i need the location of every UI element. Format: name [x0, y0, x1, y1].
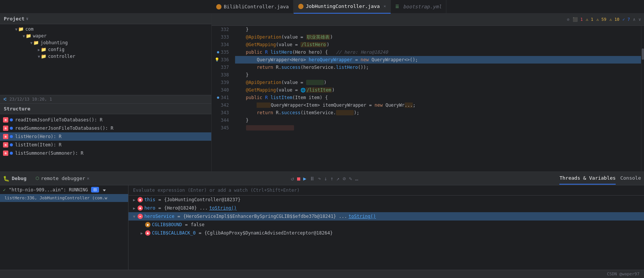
- stepinto-action[interactable]: ↓: [324, 175, 327, 182]
- code-content[interactable]: 332 333 334 ● 335 💡 336 337 338 339 340 …: [212, 26, 644, 171]
- mute-action[interactable]: ⊘: [343, 175, 346, 182]
- git-bar: ⑆ 23/12/13 10:20, 1: [0, 95, 211, 103]
- tab-bar: BilibliController.java JobHuntingControl…: [0, 0, 644, 14]
- status-bar: CSDN @waper97: [0, 270, 644, 278]
- chevron-up-btn[interactable]: ∧: [633, 17, 636, 22]
- structure-title: Structure: [4, 106, 30, 112]
- debug-actions: ↺ ■ ▶ ⏸ ↷ ↓ ↑ ↗ ⊘ ✎ …: [291, 175, 358, 182]
- thread-chevron[interactable]: [102, 187, 106, 193]
- tree-label-controller: controller: [48, 54, 75, 59]
- tab-bootstrap-label: bootstrap.yml: [403, 4, 441, 9]
- structure-item-readitem[interactable]: m readItemJsonFileToDatabases(): R: [0, 116, 211, 124]
- chevron-down-icon: [103, 189, 106, 191]
- variables-panel: Evaluate expression (Enter) or add a wat…: [128, 185, 644, 270]
- tab-bilibili[interactable]: BilibliController.java: [212, 0, 294, 14]
- tree-arrow-waper: ▼: [23, 34, 25, 38]
- debug-content: ✓ "http-nio-909...ain": RUNNING ⊟ listHe…: [0, 185, 644, 270]
- var-val-hero: {Hero@18240} ...: [164, 205, 208, 211]
- var-type-icon-cglibcallback: ●: [145, 230, 150, 236]
- structure-item-listitem[interactable]: m listItem(Item): R: [0, 141, 211, 149]
- session-close-button[interactable]: ×: [87, 176, 90, 181]
- var-item-heroservice[interactable]: ▼ ∞ heroService = {HeroServiceImpl$$Enha…: [128, 212, 644, 221]
- var-item-this[interactable]: ▶ ● this = {JobHuntingController@18237}: [128, 196, 644, 204]
- structure-item-readsummoner[interactable]: m readSummonerJsonFileToDatabases(): R: [0, 124, 211, 132]
- stepover-action[interactable]: ↷: [318, 175, 321, 182]
- var-item-cglibcallback[interactable]: ▶ ● CGLIB$CALLBACK_0 = {CglibAopProxy$Dy…: [128, 229, 644, 237]
- tree-arrow-com: ▼: [15, 27, 17, 31]
- tab-close-button[interactable]: ×: [384, 4, 386, 9]
- stop-action[interactable]: ■: [297, 175, 300, 182]
- tree-item-jobhunting[interactable]: ▼ 📁 jobhunting: [0, 39, 211, 46]
- folder-icon-com: 📁: [18, 26, 24, 32]
- var-expand-cglibcallback[interactable]: ▶: [141, 231, 143, 235]
- code-scrollbar[interactable]: [641, 26, 644, 171]
- tree-item-com[interactable]: ▼ 📁 com: [0, 26, 211, 33]
- disable-icon[interactable]: ⊘: [567, 17, 570, 22]
- tab-console[interactable]: Console: [620, 172, 641, 185]
- resume-action[interactable]: ▶: [303, 175, 306, 182]
- tab-threads-variables[interactable]: Threads & Variables: [559, 172, 616, 185]
- tree-item-config[interactable]: ▶ 📁 config: [0, 46, 211, 53]
- project-tree: ▼ 📁 com ▼ 📁 waper ▼ 📁 jobhunting ▶ 📁 con…: [0, 24, 211, 95]
- var-expand-this[interactable]: ▶: [133, 198, 135, 202]
- method-icon-listitem: m: [3, 142, 8, 148]
- tab-bilibili-label: BilibliController.java: [224, 4, 289, 9]
- code-line-339: @ApiOperation(value = ): [235, 79, 641, 86]
- var-link-heroservice[interactable]: toString(): [348, 214, 376, 219]
- pause-action[interactable]: ⏸: [310, 175, 315, 182]
- line-332: 332: [215, 26, 229, 33]
- stack-frame-label: listHero:336, JobHuntingController (com.…: [5, 196, 107, 200]
- var-val-this: {JobHuntingController@18237}: [164, 197, 240, 202]
- var-item-hero[interactable]: ▶ ● hero = {Hero@18240} ... toString(): [128, 204, 644, 212]
- var-val-cglibbound: false: [191, 222, 204, 227]
- filter-icon: ⊟: [93, 187, 97, 192]
- var-link-hero[interactable]: toString(): [209, 205, 237, 211]
- tree-label-com: com: [25, 26, 34, 32]
- tree-label-jobhunting: jobhunting: [40, 40, 68, 45]
- restart-action[interactable]: ↺: [291, 175, 294, 182]
- var-name-this: this: [144, 197, 155, 202]
- tree-arrow-controller: ▼: [38, 54, 40, 59]
- var-expand-heroservice[interactable]: ▼: [133, 214, 135, 219]
- thread-row: ✓ "http-nio-909...ain": RUNNING ⊟: [0, 185, 128, 194]
- stack-frame[interactable]: listHero:336, JobHuntingController (com.…: [0, 194, 128, 202]
- structure-label-listsummoner: listSummoner(Summoner): R: [15, 151, 84, 156]
- tree-label-config: config: [48, 47, 64, 52]
- code-line-332: }: [235, 26, 641, 33]
- structure-item-listsummoner[interactable]: m listSummoner(Summoner): R: [0, 149, 211, 157]
- tree-arrow-config: ▶: [38, 48, 40, 52]
- var-item-cglibbound[interactable]: ▶ ● CGLIB$BOUND = false: [128, 221, 644, 229]
- structure-panel: Structure m readItemJsonFileToDatabases(…: [0, 103, 211, 171]
- chevron-down-btn[interactable]: ∨: [638, 17, 641, 22]
- line-340: 340: [215, 86, 229, 94]
- tab-jobhunting[interactable]: JobHuntingController.java ×: [294, 0, 391, 14]
- edit-action[interactable]: ✎: [349, 175, 352, 182]
- method-pub-listsummoner: [10, 152, 13, 155]
- structure-label-readsummoner: readSummonerJsonFileToDatabases(): R: [15, 126, 113, 131]
- thread-label: "http-nio-909...ain": RUNNING: [9, 187, 88, 193]
- structure-label-readitem: readItemJsonFileToDatabases(): R: [15, 117, 102, 123]
- debug-title: Debug: [12, 175, 26, 181]
- var-expand-hero[interactable]: ▶: [133, 206, 135, 210]
- more-action[interactable]: …: [355, 175, 358, 182]
- tab-bootstrap[interactable]: ☰ bootstrap.yml: [391, 0, 446, 14]
- debug-tabs-bar: 🐛 Debug ⬡ remote debugger × ↺ ■ ▶ ⏸ ↷ ↓ …: [0, 172, 644, 185]
- line-344: 344: [215, 116, 229, 124]
- structure-label-listitem: listItem(Item): R: [15, 142, 62, 148]
- var-eq-cglibcallback: =: [199, 230, 201, 236]
- tree-item-controller[interactable]: ▼ 📁 controller: [0, 53, 211, 60]
- scrollbar-thumb: [642, 48, 644, 60]
- warning-count2: ⚠ 59: [596, 17, 607, 22]
- warning-count: ⚠ 1: [586, 17, 593, 22]
- var-eq-cglibbound: =: [185, 222, 188, 227]
- runtopoint-action[interactable]: ↗: [336, 175, 339, 182]
- line-339: 339: [215, 79, 229, 86]
- threads-panel: ✓ "http-nio-909...ain": RUNNING ⊟ listHe…: [0, 185, 128, 270]
- structure-item-listhero[interactable]: m listHero(Hero): R: [0, 132, 211, 141]
- filter-button[interactable]: ⊟: [91, 187, 99, 193]
- stepout-action[interactable]: ↑: [330, 175, 333, 182]
- code-panel: ⊘ ⬛ 1 ⚠ 1 ⚠ 59 ⚠ 10 ✓ 7 ∧ ∨ 332 333 334 …: [212, 14, 644, 171]
- tree-item-waper[interactable]: ▼ 📁 waper: [0, 33, 211, 39]
- project-title: Project: [4, 16, 25, 22]
- eval-placeholder: Evaluate expression (Enter) or add a wat…: [133, 188, 300, 193]
